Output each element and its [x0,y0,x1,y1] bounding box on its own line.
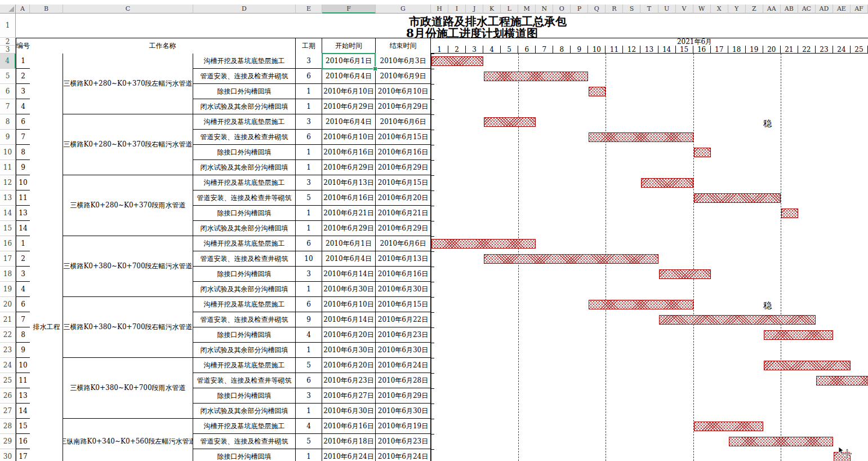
cell-num[interactable]: 9 [16,160,30,175]
cell-duration[interactable]: 6 [296,130,322,145]
cell-end-date[interactable]: 2010年6月15日 [376,130,431,145]
cell-num[interactable]: 17 [16,449,30,461]
cell-task[interactable]: 沟槽开挖及基坑底垫层施工 [193,175,296,190]
cell-end-date[interactable]: 2010年6月9日 [376,69,431,84]
row-header-10[interactable]: 10 [0,145,16,160]
row-header-29[interactable]: 29 [0,434,16,449]
header-name[interactable]: 工作名称 [30,38,296,54]
cell-end-date[interactable]: 2010年6月3日 [376,54,431,69]
cell-end-date[interactable]: 2010年6月30日 [376,282,431,297]
gantt-bar[interactable] [659,269,711,279]
cell-group-name[interactable]: 三横路K0+280~K0+370段雨水管道 [63,175,193,236]
cell-task[interactable]: 管道安装、连接及检查井砌筑 [193,312,296,327]
cell-task[interactable]: 除接口外沟槽回填 [193,449,296,461]
day-header-9[interactable]: 9 [571,46,588,54]
cell-duration[interactable]: 6 [296,69,322,84]
cell-end-date[interactable]: 2010年6月30日 [376,343,431,358]
cell-start-date[interactable]: 2010年6月29日 [322,160,376,175]
cell-task[interactable]: 除接口外沟槽回填 [193,145,296,160]
gantt-bar[interactable] [659,315,816,325]
column-header-AA[interactable]: AA [763,5,781,14]
cell-start-date[interactable]: 2010年6月16日 [322,419,376,434]
gantt-bar[interactable] [589,132,693,142]
cell-end-date[interactable]: 2010年6月30日 [376,404,431,419]
row-header-2[interactable]: 2 [0,38,16,46]
row-header-20[interactable]: 20 [0,297,16,312]
cell-duration[interactable]: 5 [296,358,322,373]
row-header-4[interactable]: 4 [0,54,16,69]
column-header-D[interactable]: D [193,5,296,14]
day-header-14[interactable]: 14 [658,46,676,54]
cell-num[interactable]: 11 [16,373,30,388]
day-header-20[interactable]: 20 [763,46,781,54]
cell-end-date[interactable]: 2010年6月29日 [376,99,431,114]
day-header-6[interactable]: 6 [518,46,536,54]
month-header[interactable]: 2021年6月 [431,38,868,46]
cell-department[interactable] [30,54,63,461]
cell-task[interactable]: 除接口外沟槽回填 [193,206,296,221]
cell-start-date[interactable]: 2010年6月10日 [322,130,376,145]
cell-task[interactable]: 闭水试验及其余部分沟槽回填 [193,221,296,236]
gantt-bar[interactable] [589,300,693,309]
cell-start-date[interactable]: 2010年6月14日 [322,267,376,282]
cell-num[interactable]: 2 [16,69,30,84]
cell-num[interactable]: 7 [16,312,30,327]
cell-duration[interactable]: 3 [296,388,322,404]
cell-start-date[interactable]: 2010年6月14日 [322,312,376,327]
column-header-H[interactable]: H [431,5,448,14]
cell-task[interactable]: 管道安装、连接及检查井砌筑 [193,251,296,267]
cell-task[interactable]: 管道安装、连接及检查井砌筑 [193,130,296,145]
cell-end-date[interactable]: 2010年6月29日 [376,221,431,236]
cell-num[interactable]: 3 [16,267,30,282]
cell-task[interactable]: 沟槽开挖及基坑底垫层施工 [193,419,296,434]
cell-end-date[interactable]: 2010年6月6日 [376,114,431,130]
cell-task[interactable]: 闭水试验及其余部分沟槽回填 [193,404,296,419]
cell-start-date[interactable]: 2010年6月13日 [322,175,376,190]
selection-fill-handle[interactable] [373,67,377,71]
column-header-AD[interactable]: AD [816,5,833,14]
cell-start-date[interactable]: 2010年6月16日 [322,190,376,206]
gantt-bar[interactable] [694,148,711,157]
day-header-18[interactable]: 18 [728,46,746,54]
day-header-24[interactable]: 24 [833,46,851,54]
cell-duration[interactable]: 5 [296,190,322,206]
cell-task[interactable]: 闭水试验及其余部分沟槽回填 [193,160,296,175]
cell-end-date[interactable]: 2010年6月16日 [376,267,431,282]
cell-end-date[interactable]: 2010年6月22日 [376,312,431,327]
day-header-21[interactable]: 21 [781,46,798,54]
row-header-9[interactable]: 9 [0,130,16,145]
cell-end-date[interactable]: 2010年6月15日 [376,175,431,190]
cell-num[interactable]: 10 [16,175,30,190]
cell-duration[interactable]: 6 [296,236,322,251]
column-header-V[interactable]: V [676,5,693,14]
cell-num[interactable]: 9 [16,343,30,358]
day-header-10[interactable]: 10 [588,46,606,54]
cell-start-date[interactable]: 2010年6月24日 [322,449,376,461]
cell-start-date[interactable]: 2010年6月4日 [322,69,376,84]
cell-duration[interactable]: 1 [296,343,322,358]
gantt-bar[interactable] [484,254,658,264]
cell-end-date[interactable]: 2010年6月23日 [376,327,431,343]
cell-num[interactable]: 14 [16,404,30,419]
column-header-R[interactable]: R [606,5,623,14]
cell-duration[interactable]: 4 [296,419,322,434]
cell-start-date[interactable]: 2010年6月23日 [322,373,376,388]
day-header-11[interactable]: 11 [606,46,623,54]
cell-start-date[interactable]: 2010年6月20日 [322,327,376,343]
cell-duration[interactable]: 3 [296,175,322,190]
row-header-16[interactable]: 16 [0,236,16,251]
cell-task[interactable]: 管道安装、连接及检查井等砌筑 [193,190,296,206]
cell-num[interactable]: 16 [16,434,30,449]
column-header-G[interactable]: G [376,5,431,14]
gantt-bar[interactable] [694,193,781,203]
gantt-bar[interactable] [431,239,536,249]
cell-num[interactable]: 4 [16,99,30,114]
row-header-17[interactable]: 17 [0,251,16,267]
row-header-22[interactable]: 22 [0,327,16,343]
cell-duration[interactable]: 1 [296,84,322,99]
cell-task[interactable]: 闭水试验及其余部分沟槽回填 [193,282,296,297]
cell-end-date[interactable]: 2010年6月6日 [376,236,431,251]
cell-num[interactable]: 14 [16,221,30,236]
row-header-25[interactable]: 25 [0,373,16,388]
row-header-5[interactable]: 5 [0,69,16,84]
